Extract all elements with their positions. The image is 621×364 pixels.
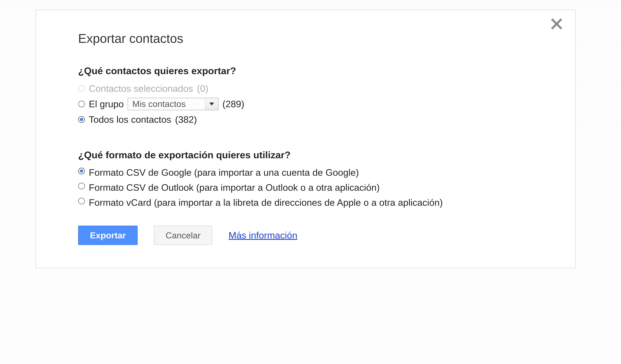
option-format-vcard-row: Formato vCard (para importar a la libret…: [78, 195, 533, 209]
radio-format-vcard[interactable]: [78, 198, 85, 205]
radio-selected-contacts: [78, 85, 85, 92]
radio-group[interactable]: [78, 101, 85, 107]
option-selected-contacts-label: Contactos seleccionados: [89, 81, 193, 96]
option-group-count: (289): [222, 97, 244, 111]
dialog-footer: Exportar Cancelar Más información: [78, 226, 533, 245]
option-all-contacts-row: Todos los contactos (382): [78, 112, 533, 127]
cancel-button[interactable]: Cancelar: [154, 226, 212, 245]
option-format-google-row: Formato CSV de Google (para importar a u…: [78, 165, 533, 179]
option-selected-contacts-row: Contactos seleccionados (0): [78, 81, 533, 96]
radio-all-contacts[interactable]: [78, 116, 85, 123]
group-select[interactable]: Mis contactos: [128, 98, 219, 110]
export-button[interactable]: Exportar: [78, 226, 138, 245]
export-contacts-dialog: Exportar contactos ¿Qué contactos quiere…: [35, 10, 576, 268]
contacts-section-heading: ¿Qué contactos quieres exportar?: [78, 65, 533, 76]
close-icon: [549, 17, 564, 31]
option-format-outlook-row: Formato CSV de Outlook (para importar a …: [78, 180, 533, 194]
dropdown-arrow-icon: [205, 98, 218, 110]
option-format-vcard-label: Formato vCard (para importar a la libret…: [89, 195, 443, 209]
group-select-value: Mis contactos: [132, 97, 205, 111]
option-all-contacts-label: Todos los contactos: [89, 112, 171, 127]
dialog-title: Exportar contactos: [78, 31, 533, 46]
option-group-row: El grupo Mis contactos (289): [78, 97, 533, 111]
option-format-outlook-label: Formato CSV de Outlook (para importar a …: [89, 180, 380, 194]
format-section-heading: ¿Qué formato de exportación quieres util…: [78, 149, 533, 160]
background-rule: [0, 5, 621, 5]
radio-format-google[interactable]: [78, 168, 85, 174]
close-button[interactable]: [549, 17, 564, 31]
radio-format-outlook[interactable]: [78, 183, 85, 190]
more-info-link[interactable]: Más información: [228, 230, 297, 241]
option-format-google-label: Formato CSV de Google (para importar a u…: [89, 165, 359, 179]
option-all-contacts-count: (382): [175, 112, 197, 127]
option-group-label: El grupo: [89, 97, 124, 111]
option-selected-contacts-count: (0): [197, 81, 208, 96]
svg-marker-0: [209, 103, 214, 105]
